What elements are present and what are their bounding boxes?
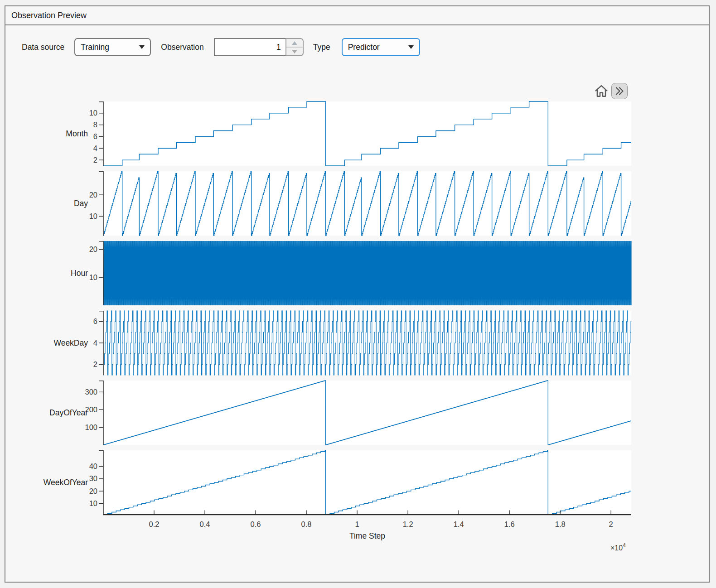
observation-preview-panel: Observation Preview Data source Training…: [5, 5, 710, 583]
observation-spin-buttons: [285, 38, 304, 56]
x-tick-label: 1.2: [403, 520, 413, 528]
controls-row: Data source Training Observation Type Pr…: [5, 25, 709, 69]
triangle-down-icon: [292, 50, 297, 53]
y-tick-label: 2: [93, 156, 97, 164]
y-tick-label: 6: [93, 132, 97, 140]
spin-down-button[interactable]: [286, 48, 303, 55]
plot-background-day: [103, 171, 631, 236]
x-axis-title: Time Step: [349, 531, 385, 540]
panel-name-label: WeekDay: [53, 338, 88, 347]
y-tick-label: 10: [89, 499, 97, 507]
x-tick-label: 0.8: [301, 520, 312, 528]
y-tick-label: 10: [89, 109, 97, 117]
type-value: Predictor: [348, 43, 380, 52]
x-tick-label: 0.6: [251, 520, 261, 528]
panel-name-label: Day: [74, 199, 88, 208]
plot-background-month: [103, 101, 631, 166]
y-tick-label: 100: [85, 423, 97, 431]
panel-title: Observation Preview: [11, 11, 87, 20]
observation-input[interactable]: [214, 38, 285, 56]
y-tick-label: 20: [89, 191, 97, 199]
y-tick-label: 300: [85, 388, 97, 396]
data-source-dropdown[interactable]: Training: [74, 38, 151, 56]
y-tick-label: 10: [89, 273, 97, 281]
y-tick-label: 4: [93, 339, 97, 347]
y-tick-label: 10: [89, 212, 97, 220]
chevron-down-icon: [408, 45, 414, 49]
y-tick-label: 8: [93, 120, 97, 129]
x-tick-label: 1.8: [555, 520, 566, 528]
y-tick-label: 30: [89, 474, 97, 482]
chevron-down-icon: [139, 45, 145, 49]
plot-background-weekofyear: [103, 450, 631, 515]
type-dropdown[interactable]: Predictor: [342, 38, 420, 56]
x-tick-label: 0.2: [149, 520, 160, 528]
x-tick-label: 1.6: [504, 520, 515, 528]
data-source-label: Data source: [22, 43, 64, 52]
data-source-value: Training: [81, 43, 109, 52]
y-tick-label: 4: [93, 144, 97, 152]
y-tick-label: 6: [93, 317, 97, 325]
type-label: Type: [313, 43, 330, 52]
panel-name-label: Month: [66, 129, 88, 138]
y-tick-label: 2: [93, 360, 97, 368]
panel-name-label: Hour: [71, 269, 88, 278]
panel-title-bar: Observation Preview: [5, 6, 709, 25]
stacked-time-series-plot: 246810Month1020Day1020Hour246WeekDay1002…: [27, 73, 662, 563]
panel-name-label: WeekOfYear: [44, 478, 88, 487]
triangle-up-icon: [292, 41, 297, 45]
x-tick-label: 0.4: [200, 520, 210, 528]
observation-label: Observation: [161, 43, 203, 52]
plot-background-dayofyear: [103, 381, 631, 445]
axis-exponent-label: ×104: [610, 542, 626, 552]
x-tick-label: 1: [355, 520, 359, 528]
x-tick-label: 1.4: [454, 520, 464, 528]
y-tick-label: 20: [89, 245, 97, 253]
figure-area: 246810Month1020Day1020Hour246WeekDay1002…: [5, 69, 709, 583]
y-tick-label: 20: [89, 487, 97, 495]
panel-name-label: DayOfYear: [49, 408, 88, 417]
observation-spinner: [214, 38, 304, 56]
spin-up-button[interactable]: [286, 39, 303, 48]
x-tick-label: 2: [609, 520, 613, 528]
series-line-hour: [103, 241, 631, 305]
y-tick-label: 40: [89, 462, 97, 470]
